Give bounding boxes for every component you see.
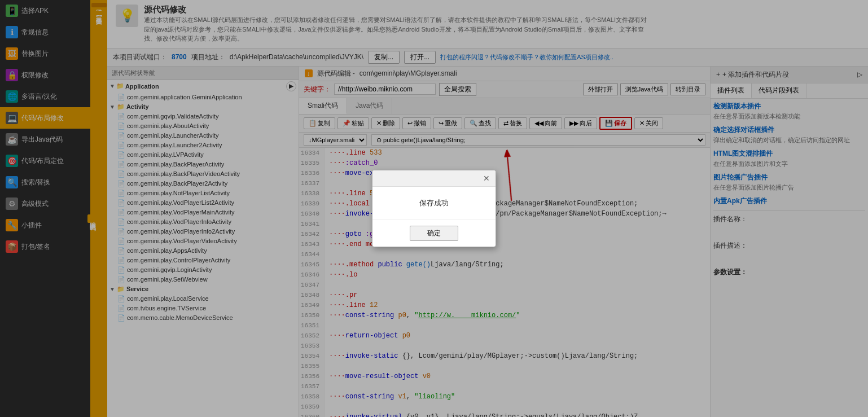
dialog-body: 保存成功 [372, 187, 496, 220]
save-dialog: ✕ 保存成功 确定 [372, 170, 496, 247]
dialog-close-button[interactable]: ✕ [483, 174, 490, 183]
dialog-overlay: ✕ 保存成功 确定 [0, 0, 868, 417]
dialog-footer: 确定 [372, 220, 496, 247]
dialog-ok-button[interactable]: 确定 [410, 226, 458, 241]
dialog-titlebar: ✕ [372, 170, 496, 187]
dialog-message: 保存成功 [419, 199, 449, 207]
